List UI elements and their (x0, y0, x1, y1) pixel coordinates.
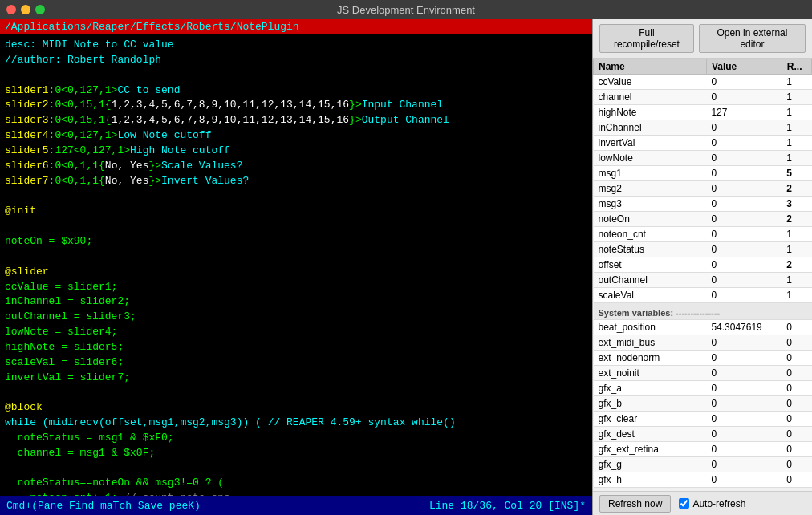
var-value: 0 (706, 258, 782, 273)
var-r: 2 (782, 181, 811, 197)
table-row: noteStatus 0 1 (594, 242, 812, 258)
var-r: 1 (782, 288, 811, 303)
section-header-system: System variables: --------------- (594, 303, 812, 320)
var-value: 0 (706, 75, 782, 90)
var-value: 0 (706, 412, 782, 427)
var-r: 0 (782, 457, 811, 472)
right-toolbar: Full recompile/reset Open in external ed… (593, 19, 812, 59)
var-r: 1 (782, 242, 811, 258)
auto-refresh-checkbox[interactable] (679, 498, 689, 509)
var-value: 0 (706, 90, 782, 105)
file-path: /Applications/Reaper/Effects/Roberts/Not… (0, 19, 592, 34)
var-name: gfx_b (594, 396, 707, 412)
status-bar: Cmd+(Pane Find maTch Save peeK) Line 18/… (0, 496, 592, 515)
open-external-button[interactable]: Open in external editor (699, 24, 806, 53)
var-value: 0 (706, 396, 782, 412)
table-row: inChannel 0 1 (594, 120, 812, 136)
refresh-button[interactable]: Refresh now (599, 495, 671, 513)
var-r: 0 (782, 335, 811, 351)
var-r: 0 (782, 381, 811, 396)
minimize-button[interactable] (21, 5, 30, 14)
var-name: scaleVal (594, 288, 707, 303)
maximize-button[interactable] (35, 5, 45, 14)
var-value: 0 (706, 381, 782, 396)
var-name: ccValue (594, 75, 707, 90)
var-name: gfx_h (594, 472, 707, 488)
code-editor[interactable]: /Applications/Reaper/Effects/Roberts/Not… (0, 19, 592, 515)
table-row: ext_midi_bus 0 0 (594, 335, 812, 351)
var-r: 0 (782, 427, 811, 442)
var-value: 0 (706, 427, 782, 442)
var-name: ext_noinit (594, 366, 707, 381)
var-value: 0 (706, 366, 782, 381)
var-r: 1 (782, 136, 811, 151)
var-name: lowNote (594, 151, 707, 166)
var-name: gfx_ext_retina (594, 442, 707, 457)
col-header-r: R... (782, 59, 811, 75)
var-value: 0 (706, 442, 782, 457)
keyboard-shortcuts: Cmd+(Pane Find maTch Save peeK) (6, 500, 201, 512)
var-r: 1 (782, 227, 811, 242)
table-row: gfx_clear 0 0 (594, 412, 812, 427)
var-name: noteon_cnt (594, 227, 707, 242)
auto-refresh-text: Auto-refresh (692, 498, 745, 509)
col-header-name: Name (594, 59, 707, 75)
var-value: 0 (706, 120, 782, 136)
var-value: 0 (706, 166, 782, 181)
var-r: 1 (782, 120, 811, 136)
table-row: outChannel 0 1 (594, 273, 812, 288)
main-content: /Applications/Reaper/Effects/Roberts/Not… (0, 19, 812, 515)
var-r: 0 (782, 366, 811, 381)
table-row: invertVal 0 1 (594, 136, 812, 151)
table-row: gfx_ext_retina 0 0 (594, 442, 812, 457)
var-r: 3 (782, 197, 811, 212)
table-row: noteOn 0 2 (594, 212, 812, 227)
var-name: msg1 (594, 166, 707, 181)
var-value: 0 (706, 351, 782, 366)
recompile-button[interactable]: Full recompile/reset (599, 24, 694, 53)
window-controls[interactable] (6, 5, 45, 14)
close-button[interactable] (6, 5, 16, 14)
var-r: 1 (782, 75, 811, 90)
table-row: msg1 0 5 (594, 166, 812, 181)
auto-refresh-label[interactable]: Auto-refresh (679, 498, 745, 509)
table-row: gfx_g 0 0 (594, 457, 812, 472)
var-name: ext_nodenorm (594, 351, 707, 366)
col-header-value: Value (706, 59, 782, 75)
var-name: noteStatus (594, 242, 707, 258)
code-area[interactable]: desc: MIDI Note to CC value //author: Ro… (0, 34, 592, 496)
var-name: msg2 (594, 181, 707, 197)
var-value: 54.3047619 (706, 320, 782, 335)
var-r: 0 (782, 351, 811, 366)
var-r: 1 (782, 151, 811, 166)
var-name: gfx_clear (594, 412, 707, 427)
var-r: 0 (782, 472, 811, 488)
var-name: outChannel (594, 273, 707, 288)
table-row: scaleVal 0 1 (594, 288, 812, 303)
var-value: 0 (706, 227, 782, 242)
table-row: channel 0 1 (594, 90, 812, 105)
var-name: ext_midi_bus (594, 335, 707, 351)
table-row: lowNote 0 1 (594, 151, 812, 166)
table-row: noteon_cnt 0 1 (594, 227, 812, 242)
var-r: 1 (782, 105, 811, 120)
variables-table[interactable]: Name Value R... ccValue 0 1 channel 0 1 … (593, 59, 812, 491)
var-value: 0 (706, 151, 782, 166)
right-bottom-bar: Refresh now Auto-refresh (593, 491, 812, 515)
var-name: gfx_a (594, 381, 707, 396)
var-name: gfx_dest (594, 427, 707, 442)
var-name: highNote (594, 105, 707, 120)
table-row: gfx_b 0 0 (594, 396, 812, 412)
window-title: JS Development Environment (337, 4, 475, 16)
table-row: msg3 0 3 (594, 197, 812, 212)
table-row: ext_nodenorm 0 0 (594, 351, 812, 366)
var-r: 1 (782, 273, 811, 288)
table-row: ext_noinit 0 0 (594, 366, 812, 381)
table-row: gfx_a 0 0 (594, 381, 812, 396)
var-value: 0 (706, 457, 782, 472)
var-r: 2 (782, 212, 811, 227)
var-value: 0 (706, 136, 782, 151)
var-name: msg3 (594, 197, 707, 212)
var-r: 0 (782, 442, 811, 457)
cursor-position: Line 18/36, Col 20 [INS]* (429, 500, 586, 512)
